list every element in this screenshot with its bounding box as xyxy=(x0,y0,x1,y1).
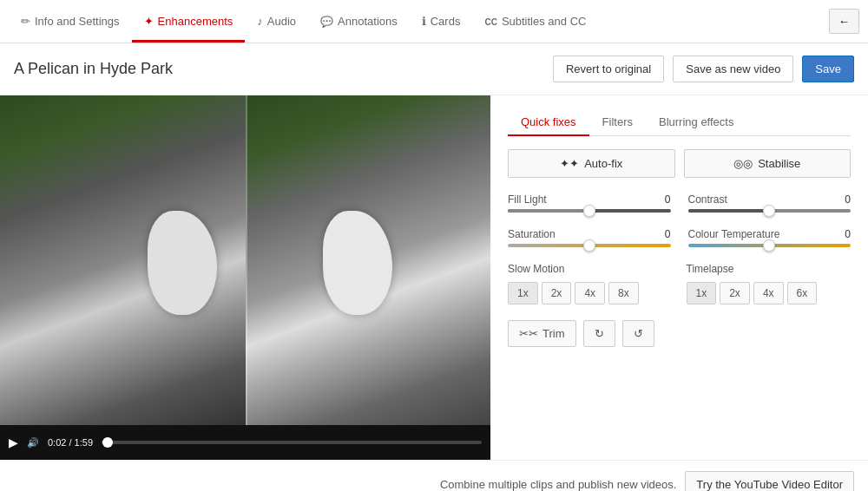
header-row: A Pelican in Hyde Park Revert to origina… xyxy=(0,43,868,95)
nav-label-info-settings: Info and Settings xyxy=(35,15,120,28)
trim-button[interactable]: ✂ Trim xyxy=(508,320,576,347)
video-progress-bar[interactable] xyxy=(102,441,482,444)
slow-motion-4x[interactable]: 4x xyxy=(575,282,605,304)
video-divider xyxy=(246,95,247,425)
colour-temp-track[interactable] xyxy=(688,244,852,247)
saturation-slider-row: Saturation 0 xyxy=(508,228,671,249)
chat-icon xyxy=(320,15,333,28)
footer: Combine multiple clips and publish new v… xyxy=(0,460,868,491)
saturation-value: 0 xyxy=(665,228,671,240)
contrast-value: 0 xyxy=(845,193,851,206)
nav-item-cards[interactable]: Cards xyxy=(410,0,473,43)
autofix-icon: ✦ xyxy=(560,157,579,170)
colour-temp-value: 0 xyxy=(845,228,851,240)
editor-tabs: Quick fixes Filters Blurring effects xyxy=(508,108,851,136)
nav-item-audio[interactable]: Audio xyxy=(245,0,308,43)
tab-filters[interactable]: Filters xyxy=(589,108,646,135)
colour-temp-slider-row: Colour Temperature 0 xyxy=(688,228,852,249)
nav-item-subtitles[interactable]: Subtitles and CC xyxy=(472,0,598,43)
save-new-video-button[interactable]: Save as new video xyxy=(673,56,793,82)
timelapse-2x[interactable]: 2x xyxy=(720,282,750,304)
revert-button[interactable]: Revert to original xyxy=(553,56,664,82)
colour-temp-thumb[interactable] xyxy=(763,239,775,252)
top-navigation: Info and Settings Enhancements Audio Ann… xyxy=(0,0,868,43)
volume-button[interactable] xyxy=(27,436,39,448)
slow-motion-2x[interactable]: 2x xyxy=(542,282,572,304)
slow-motion-section: Slow Motion 1x 2x 4x 8x xyxy=(508,263,673,304)
fill-light-fill xyxy=(508,209,589,213)
tool-buttons: ✦ Auto-fix ◎ Stabilise xyxy=(508,149,851,178)
fill-light-value: 0 xyxy=(665,193,671,206)
contrast-slider-row: Contrast 0 xyxy=(688,193,852,214)
saturation-track[interactable] xyxy=(508,244,671,247)
video-time: 0:02 / 1:59 xyxy=(48,437,93,448)
star-icon xyxy=(144,15,154,28)
cc-icon xyxy=(484,15,496,28)
fill-light-label: Fill Light xyxy=(508,193,547,206)
timelapse-options: 1x 2x 4x 6x xyxy=(687,282,852,304)
rotate-ccw-icon: ↺ xyxy=(634,327,643,340)
nav-item-enhancements[interactable]: Enhancements xyxy=(132,0,246,43)
saturation-label: Saturation xyxy=(508,228,556,240)
autofix-button[interactable]: ✦ Auto-fix xyxy=(508,149,675,178)
progress-thumb xyxy=(102,437,113,448)
nav-item-info-settings[interactable]: Info and Settings xyxy=(9,0,132,43)
fill-light-track[interactable] xyxy=(508,209,671,213)
play-button[interactable] xyxy=(9,435,18,449)
main-content: 0:02 / 1:59 Quick fixes Filters Blurring… xyxy=(0,95,868,460)
rotate-ccw-button[interactable]: ↺ xyxy=(622,320,654,347)
speed-section: Slow Motion 1x 2x 4x 8x Timelapse 1x 2x … xyxy=(508,263,851,304)
youtube-video-editor-link[interactable]: Try the YouTube Video Editor xyxy=(685,471,854,491)
nav-label-annotations: Annotations xyxy=(338,15,398,28)
contrast-thumb[interactable] xyxy=(763,205,775,217)
timelapse-4x[interactable]: 4x xyxy=(753,282,784,304)
slow-motion-1x[interactable]: 1x xyxy=(508,282,538,304)
timelapse-label: Timelapse xyxy=(687,263,852,275)
stabilise-icon: ◎ xyxy=(733,157,753,170)
rotate-cw-icon: ↻ xyxy=(595,327,604,340)
nav-label-audio: Audio xyxy=(267,15,296,28)
stabilise-button[interactable]: ◎ Stabilise xyxy=(684,149,852,178)
video-controls: 0:02 / 1:59 xyxy=(0,425,490,460)
contrast-label: Contrast xyxy=(688,193,727,206)
nav-label-subtitles: Subtitles and CC xyxy=(502,15,587,28)
back-icon xyxy=(838,15,850,28)
slow-motion-options: 1x 2x 4x 8x xyxy=(508,282,673,304)
saturation-fill xyxy=(508,244,589,247)
slow-motion-8x[interactable]: 8x xyxy=(608,282,639,304)
fill-light-thumb[interactable] xyxy=(583,205,595,217)
footer-description: Combine multiple clips and publish new v… xyxy=(440,478,676,491)
video-title: A Pelican in Hyde Park xyxy=(14,60,553,78)
colour-temp-label: Colour Temperature xyxy=(688,228,780,240)
saturation-thumb[interactable] xyxy=(583,239,595,252)
save-button[interactable]: Save xyxy=(802,56,854,82)
header-actions: Revert to original Save as new video Sav… xyxy=(553,56,854,82)
trim-icon: ✂ xyxy=(519,327,538,340)
bottom-tools: ✂ Trim ↻ ↺ xyxy=(508,320,851,347)
nav-item-annotations[interactable]: Annotations xyxy=(308,0,410,43)
timelapse-6x[interactable]: 6x xyxy=(787,282,818,304)
sliders-grid: Fill Light 0 Contrast 0 xyxy=(508,193,851,249)
back-button[interactable] xyxy=(829,9,859,34)
music-icon xyxy=(257,15,263,28)
fill-light-slider-row: Fill Light 0 xyxy=(508,193,671,214)
tab-blurring-effects[interactable]: Blurring effects xyxy=(646,108,746,135)
tab-quick-fixes[interactable]: Quick fixes xyxy=(508,108,589,135)
nav-label-enhancements: Enhancements xyxy=(158,15,233,28)
info-icon xyxy=(422,15,426,28)
timelapse-section: Timelapse 1x 2x 4x 6x xyxy=(687,263,852,304)
timelapse-1x[interactable]: 1x xyxy=(687,282,717,304)
rotate-cw-button[interactable]: ↻ xyxy=(583,320,615,347)
slow-motion-label: Slow Motion xyxy=(508,263,673,275)
nav-label-cards: Cards xyxy=(431,15,461,28)
contrast-track[interactable] xyxy=(688,209,852,213)
editor-panel: Quick fixes Filters Blurring effects ✦ A… xyxy=(490,95,868,460)
pencil-icon xyxy=(21,15,30,28)
contrast-fill xyxy=(688,209,770,213)
video-panel: 0:02 / 1:59 xyxy=(0,95,490,460)
video-display[interactable] xyxy=(0,95,490,425)
colour-temp-fill xyxy=(688,244,770,247)
